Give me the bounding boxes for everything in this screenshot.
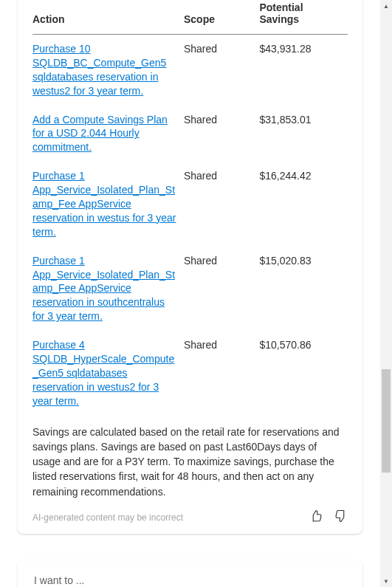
savings-cell: $31,853.01 [259, 106, 348, 162]
savings-cell: $15,020.83 [259, 247, 348, 331]
scope-cell: Shared [184, 35, 259, 106]
recommendations-card: Action Scope Potential Savings Purchase … [18, 0, 362, 534]
thumbs-up-icon[interactable] [309, 509, 323, 525]
action-link[interactable]: Purchase 10 SQLDB_BC_Compute_Gen5 sqldat… [32, 43, 166, 97]
scope-cell: Shared [184, 247, 259, 331]
table-row: Purchase 4 SQLDB_HyperScale_Compute_Gen5… [32, 331, 348, 415]
col-header-savings: Potential Savings [259, 0, 348, 35]
table-row: Add a Compute Savings Plan for a USD 2.0… [32, 106, 348, 162]
savings-cell: $10,570.86 [259, 331, 348, 415]
ai-disclaimer: AI-generated content may be incorrect [32, 512, 183, 523]
savings-cell: $43,931.28 [259, 35, 348, 106]
action-link[interactable]: Purchase 4 SQLDB_HyperScale_Compute_Gen5… [32, 339, 174, 407]
action-link[interactable]: Purchase 1 App_Service_Isolated_Plan_Sta… [32, 170, 176, 238]
table-row: Purchase 1 App_Service_Isolated_Plan_Sta… [32, 247, 348, 331]
thumbs-down-icon[interactable] [334, 509, 348, 525]
action-link[interactable]: Purchase 1 App_Service_Isolated_Plan_Sta… [32, 255, 175, 323]
scope-cell: Shared [184, 331, 259, 415]
scrollbar-thumb[interactable] [382, 369, 391, 473]
col-header-action: Action [32, 0, 184, 35]
chat-input[interactable] [32, 574, 348, 587]
scrollbar[interactable]: ▲ ▼ [380, 0, 392, 587]
scope-cell: Shared [184, 162, 259, 246]
scroll-down-icon[interactable]: ▼ [380, 575, 392, 587]
scroll-up-icon[interactable]: ▲ [380, 0, 392, 12]
table-row: Purchase 1 App_Service_Isolated_Plan_Sta… [32, 162, 348, 246]
savings-footnote: Savings are calculated based on the reta… [32, 425, 348, 499]
table-row: Purchase 10 SQLDB_BC_Compute_Gen5 sqldat… [32, 35, 348, 106]
chat-input-card: 0 / 500 [18, 560, 362, 587]
scope-cell: Shared [184, 106, 259, 162]
action-link[interactable]: Add a Compute Savings Plan for a USD 2.0… [32, 114, 168, 154]
savings-cell: $16,244.42 [259, 162, 348, 246]
recommendations-table: Action Scope Potential Savings Purchase … [32, 0, 348, 416]
col-header-scope: Scope [184, 0, 259, 35]
